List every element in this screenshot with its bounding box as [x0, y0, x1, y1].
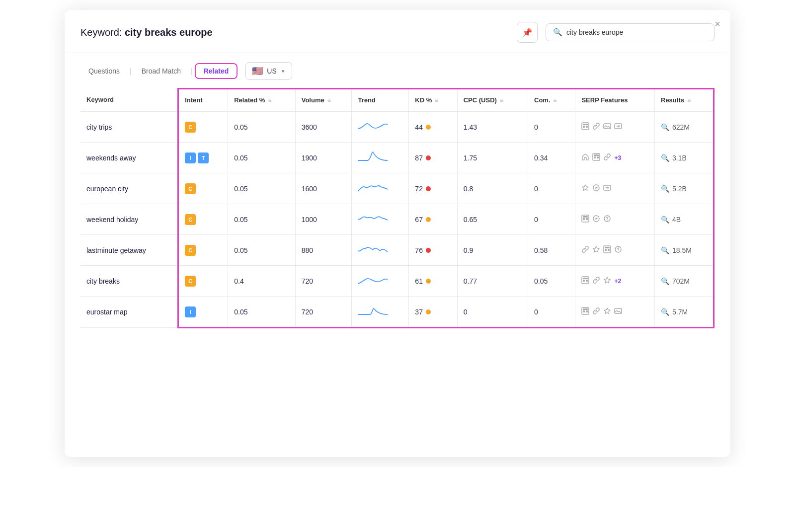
- sort-icon: ≡: [327, 97, 331, 104]
- keyword-cell[interactable]: european city: [80, 173, 178, 204]
- serp-extra: +3: [614, 154, 621, 161]
- star-icon: [603, 307, 611, 316]
- image-icon: [581, 215, 589, 224]
- trend-cell: [352, 111, 409, 143]
- serp-cell: [575, 204, 655, 235]
- intent-cell: IT: [178, 143, 228, 173]
- header: Keyword: city breaks europe 📌 🔍: [65, 10, 730, 53]
- intent-badge-i: I: [185, 306, 196, 317]
- search-icon: 🔍: [661, 308, 669, 316]
- related-pct-cell: 0.05: [228, 173, 295, 204]
- pin-button[interactable]: 📌: [517, 22, 538, 43]
- serp-cell: +2: [575, 266, 655, 297]
- tab-divider-2: |: [189, 67, 195, 75]
- com-cell: 0: [528, 204, 575, 235]
- related-pct-cell: 0.05: [228, 111, 295, 143]
- arrow-icon: [603, 184, 611, 193]
- serp-cell: [575, 235, 655, 266]
- trend-cell: [352, 173, 409, 204]
- keyword-cell[interactable]: eurostar map: [80, 297, 178, 328]
- trend-chart: [358, 150, 388, 164]
- kd-cell: 37: [409, 297, 457, 328]
- search-input[interactable]: [566, 28, 707, 36]
- country-selector[interactable]: 🇺🇸 US ▼: [245, 62, 292, 80]
- kd-cell: 76: [409, 235, 457, 266]
- keyword-cell[interactable]: weekends away: [80, 143, 178, 173]
- table-row: european cityC0.051600720.80🔍5.2B: [80, 173, 714, 204]
- serp-cell: [575, 111, 655, 143]
- link-icon: [603, 153, 611, 162]
- trend-cell: [352, 266, 409, 297]
- intent-badge-i: I: [185, 152, 196, 163]
- link-icon: [592, 276, 600, 286]
- play-icon: [592, 184, 600, 193]
- col-kd[interactable]: KD % ≡: [409, 89, 457, 112]
- search-icon: 🔍: [661, 123, 669, 131]
- kd-cell: 67: [409, 204, 457, 235]
- star-icon: [581, 184, 589, 193]
- image-icon: [581, 276, 589, 286]
- keyword-cell[interactable]: city trips: [80, 111, 178, 143]
- svg-rect-20: [605, 249, 607, 251]
- table-row: eurostar mapI0.057203700🔍5.7M: [80, 297, 714, 328]
- results-value: 3.1B: [672, 154, 687, 162]
- col-related-pct[interactable]: Related % ≡: [228, 89, 295, 112]
- tabs-row: Questions | Broad Match | Related 🇺🇸 US …: [65, 53, 730, 80]
- search-box[interactable]: 🔍: [546, 23, 715, 41]
- col-volume[interactable]: Volume ≡: [295, 89, 352, 112]
- keyword-cell[interactable]: city breaks: [80, 266, 178, 297]
- sort-icon: ≡: [687, 97, 691, 104]
- com-cell: 0.34: [528, 143, 575, 173]
- tab-related[interactable]: Related: [195, 63, 238, 79]
- cpc-cell: 0.9: [457, 235, 528, 266]
- serp-cell: [575, 297, 655, 328]
- trend-chart: [358, 180, 388, 195]
- image-icon: [603, 245, 611, 255]
- sort-icon: ≡: [435, 97, 438, 104]
- table-row: weekends awayIT0.051900871.750.34+3🔍3.1B: [80, 143, 714, 173]
- question-icon: [603, 215, 611, 224]
- intent-cell: C: [178, 266, 228, 297]
- col-keyword: Keyword: [80, 89, 178, 112]
- com-cell: 0.05: [528, 266, 575, 297]
- tab-questions[interactable]: Questions: [80, 63, 128, 79]
- related-pct-cell: 0.4: [228, 266, 295, 297]
- col-com[interactable]: Com. ≡: [528, 89, 575, 112]
- trend-chart: [358, 304, 388, 318]
- keyword-cell[interactable]: lastminute getaway: [80, 235, 178, 266]
- intent-badge-c: C: [185, 122, 196, 133]
- table-container: Keyword Intent Related % ≡: [65, 80, 730, 340]
- keyword-cell[interactable]: weekend holiday: [80, 204, 178, 235]
- results-cell: 🔍5.2B: [655, 173, 714, 204]
- kd-value: 37: [415, 308, 423, 316]
- kd-dot: [426, 186, 431, 191]
- svg-rect-28: [583, 278, 588, 279]
- link-icon: [592, 122, 600, 132]
- close-button[interactable]: ×: [715, 19, 720, 29]
- svg-rect-15: [583, 216, 588, 218]
- volume-cell: 1000: [295, 204, 352, 235]
- intent-cell: I: [178, 297, 228, 328]
- page-title: Keyword: city breaks europe: [80, 27, 509, 38]
- serp-icons-cell: +2: [581, 276, 648, 286]
- com-cell: 0.58: [528, 235, 575, 266]
- kd-value: 44: [415, 123, 423, 131]
- kd-cell: 87: [409, 143, 457, 173]
- com-cell: 0: [528, 297, 575, 328]
- intent-cell: C: [178, 111, 228, 143]
- search-icon: 🔍: [661, 246, 669, 254]
- cpc-cell: 0.77: [457, 266, 528, 297]
- results-value: 702M: [672, 277, 690, 285]
- col-cpc[interactable]: CPC (USD) ≡: [457, 89, 528, 112]
- sort-icon: ≡: [500, 97, 503, 104]
- table-row: city breaksC0.4720610.770.05+2🔍702M: [80, 266, 714, 297]
- col-serp: SERP Features: [575, 89, 655, 112]
- trend-chart: [358, 211, 388, 226]
- tab-broad-match[interactable]: Broad Match: [134, 63, 189, 79]
- kd-dot: [426, 248, 431, 253]
- home-icon: [581, 153, 589, 162]
- image-icon: [581, 122, 589, 132]
- related-pct-cell: 0.05: [228, 235, 295, 266]
- col-results[interactable]: Results ≡: [655, 89, 714, 112]
- svg-rect-26: [583, 280, 585, 282]
